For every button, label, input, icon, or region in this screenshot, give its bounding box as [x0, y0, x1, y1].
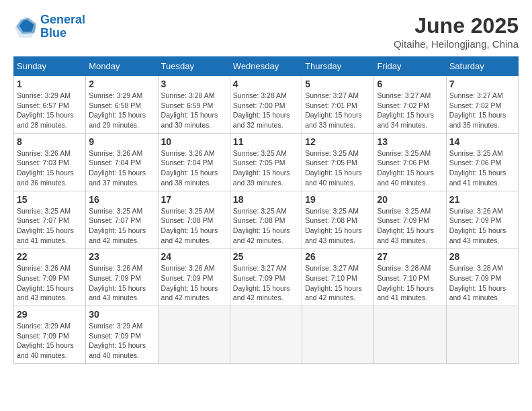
day-info: Sunrise: 3:25 AM Sunset: 7:09 PM Dayligh… — [377, 206, 443, 246]
week-row-5: 29 Sunrise: 3:29 AM Sunset: 7:09 PM Dayl… — [14, 306, 519, 364]
calendar-cell: 19 Sunrise: 3:25 AM Sunset: 7:08 PM Dayl… — [302, 191, 374, 248]
day-number: 29 — [17, 309, 83, 320]
day-info: Sunrise: 3:25 AM Sunset: 7:08 PM Dayligh… — [161, 206, 227, 246]
weekday-header-wednesday: Wednesday — [230, 57, 302, 76]
day-info: Sunrise: 3:29 AM Sunset: 6:58 PM Dayligh… — [89, 91, 154, 130]
calendar-cell: 9 Sunrise: 3:26 AM Sunset: 7:04 PM Dayli… — [86, 133, 158, 191]
header: General Blue June 2025 Qitaihe, Heilongj… — [13, 13, 519, 50]
calendar-cell: 8 Sunrise: 3:26 AM Sunset: 7:03 PM Dayli… — [14, 133, 86, 191]
day-number: 10 — [161, 136, 227, 147]
logo-line1: General — [40, 13, 85, 26]
weekday-header-friday: Friday — [374, 57, 446, 76]
logo-text: General Blue — [40, 13, 85, 40]
week-row-3: 15 Sunrise: 3:25 AM Sunset: 7:07 PM Dayl… — [14, 191, 519, 248]
calendar-cell: 6 Sunrise: 3:27 AM Sunset: 7:02 PM Dayli… — [374, 76, 446, 134]
calendar-cell: 26 Sunrise: 3:27 AM Sunset: 7:10 PM Dayl… — [302, 248, 374, 306]
day-info: Sunrise: 3:25 AM Sunset: 7:08 PM Dayligh… — [233, 206, 299, 246]
calendar-cell — [158, 306, 230, 364]
day-number: 11 — [233, 136, 299, 147]
calendar-cell: 10 Sunrise: 3:26 AM Sunset: 7:04 PM Dayl… — [158, 133, 230, 191]
calendar-cell: 5 Sunrise: 3:27 AM Sunset: 7:01 PM Dayli… — [302, 76, 374, 134]
calendar-cell: 4 Sunrise: 3:28 AM Sunset: 7:00 PM Dayli… — [230, 76, 302, 134]
day-info: Sunrise: 3:25 AM Sunset: 7:07 PM Dayligh… — [17, 206, 83, 246]
day-info: Sunrise: 3:25 AM Sunset: 7:06 PM Dayligh… — [377, 148, 443, 188]
day-info: Sunrise: 3:29 AM Sunset: 7:09 PM Dayligh… — [17, 321, 83, 361]
day-number: 20 — [377, 194, 443, 205]
day-number: 21 — [449, 194, 515, 205]
day-number: 7 — [449, 79, 515, 89]
day-info: Sunrise: 3:25 AM Sunset: 7:07 PM Dayligh… — [89, 206, 154, 246]
day-number: 8 — [17, 136, 83, 147]
calendar-cell: 16 Sunrise: 3:25 AM Sunset: 7:07 PM Dayl… — [86, 191, 158, 248]
day-number: 17 — [161, 194, 227, 205]
weekday-header-row: SundayMondayTuesdayWednesdayThursdayFrid… — [14, 57, 519, 76]
day-number: 4 — [233, 79, 299, 89]
day-number: 23 — [89, 251, 154, 262]
day-number: 6 — [377, 79, 443, 89]
calendar-cell — [302, 306, 374, 364]
calendar-cell: 27 Sunrise: 3:28 AM Sunset: 7:10 PM Dayl… — [374, 248, 446, 306]
calendar-cell: 25 Sunrise: 3:27 AM Sunset: 7:09 PM Dayl… — [230, 248, 302, 306]
calendar-cell — [230, 306, 302, 364]
calendar: SundayMondayTuesdayWednesdayThursdayFrid… — [13, 56, 519, 364]
calendar-cell — [374, 306, 446, 364]
day-number: 30 — [89, 309, 154, 320]
day-info: Sunrise: 3:25 AM Sunset: 7:05 PM Dayligh… — [305, 148, 371, 188]
calendar-cell — [446, 306, 518, 364]
day-number: 18 — [233, 194, 299, 205]
day-number: 22 — [17, 251, 83, 262]
weekday-header-saturday: Saturday — [446, 57, 518, 76]
logo-line2: Blue — [40, 26, 66, 40]
calendar-cell: 18 Sunrise: 3:25 AM Sunset: 7:08 PM Dayl… — [230, 191, 302, 248]
day-number: 16 — [89, 194, 154, 205]
day-number: 28 — [449, 251, 515, 262]
day-info: Sunrise: 3:27 AM Sunset: 7:01 PM Dayligh… — [305, 91, 371, 130]
day-number: 13 — [377, 136, 443, 147]
day-info: Sunrise: 3:26 AM Sunset: 7:09 PM Dayligh… — [161, 263, 227, 303]
day-number: 26 — [305, 251, 371, 262]
week-row-1: 1 Sunrise: 3:29 AM Sunset: 6:57 PM Dayli… — [14, 76, 519, 134]
calendar-cell: 20 Sunrise: 3:25 AM Sunset: 7:09 PM Dayl… — [374, 191, 446, 248]
day-number: 3 — [161, 79, 227, 89]
logo-icon — [13, 15, 38, 39]
day-info: Sunrise: 3:25 AM Sunset: 7:08 PM Dayligh… — [305, 206, 371, 246]
calendar-cell: 15 Sunrise: 3:25 AM Sunset: 7:07 PM Dayl… — [14, 191, 86, 248]
day-info: Sunrise: 3:26 AM Sunset: 7:04 PM Dayligh… — [161, 148, 227, 188]
day-info: Sunrise: 3:26 AM Sunset: 7:09 PM Dayligh… — [89, 263, 154, 303]
calendar-cell: 22 Sunrise: 3:26 AM Sunset: 7:09 PM Dayl… — [14, 248, 86, 306]
day-info: Sunrise: 3:28 AM Sunset: 6:59 PM Dayligh… — [161, 91, 227, 130]
weekday-header-tuesday: Tuesday — [158, 57, 230, 76]
weekday-header-monday: Monday — [86, 57, 158, 76]
day-info: Sunrise: 3:27 AM Sunset: 7:10 PM Dayligh… — [305, 263, 371, 303]
day-info: Sunrise: 3:26 AM Sunset: 7:09 PM Dayligh… — [449, 206, 515, 246]
day-info: Sunrise: 3:25 AM Sunset: 7:06 PM Dayligh… — [449, 148, 515, 188]
day-info: Sunrise: 3:29 AM Sunset: 6:57 PM Dayligh… — [17, 91, 83, 130]
day-info: Sunrise: 3:28 AM Sunset: 7:09 PM Dayligh… — [449, 263, 515, 303]
weekday-header-thursday: Thursday — [302, 57, 374, 76]
calendar-cell: 23 Sunrise: 3:26 AM Sunset: 7:09 PM Dayl… — [86, 248, 158, 306]
day-number: 19 — [305, 194, 371, 205]
calendar-cell: 21 Sunrise: 3:26 AM Sunset: 7:09 PM Dayl… — [446, 191, 518, 248]
day-info: Sunrise: 3:26 AM Sunset: 7:04 PM Dayligh… — [89, 148, 154, 188]
day-info: Sunrise: 3:26 AM Sunset: 7:03 PM Dayligh… — [17, 148, 83, 188]
week-row-4: 22 Sunrise: 3:26 AM Sunset: 7:09 PM Dayl… — [14, 248, 519, 306]
weekday-header-sunday: Sunday — [14, 57, 86, 76]
day-info: Sunrise: 3:27 AM Sunset: 7:09 PM Dayligh… — [233, 263, 299, 303]
day-number: 14 — [449, 136, 515, 147]
day-number: 15 — [17, 194, 83, 205]
day-info: Sunrise: 3:26 AM Sunset: 7:09 PM Dayligh… — [17, 263, 83, 303]
day-info: Sunrise: 3:28 AM Sunset: 7:10 PM Dayligh… — [377, 263, 443, 303]
day-number: 9 — [89, 136, 154, 147]
calendar-cell: 12 Sunrise: 3:25 AM Sunset: 7:05 PM Dayl… — [302, 133, 374, 191]
location: Qitaihe, Heilongjiang, China — [394, 38, 519, 50]
day-number: 27 — [377, 251, 443, 262]
day-number: 24 — [161, 251, 227, 262]
calendar-cell: 13 Sunrise: 3:25 AM Sunset: 7:06 PM Dayl… — [374, 133, 446, 191]
day-number: 25 — [233, 251, 299, 262]
calendar-cell: 24 Sunrise: 3:26 AM Sunset: 7:09 PM Dayl… — [158, 248, 230, 306]
logo: General Blue — [13, 13, 85, 40]
calendar-cell: 11 Sunrise: 3:25 AM Sunset: 7:05 PM Dayl… — [230, 133, 302, 191]
calendar-cell: 2 Sunrise: 3:29 AM Sunset: 6:58 PM Dayli… — [86, 76, 158, 134]
day-info: Sunrise: 3:27 AM Sunset: 7:02 PM Dayligh… — [377, 91, 443, 130]
day-info: Sunrise: 3:29 AM Sunset: 7:09 PM Dayligh… — [89, 321, 154, 361]
